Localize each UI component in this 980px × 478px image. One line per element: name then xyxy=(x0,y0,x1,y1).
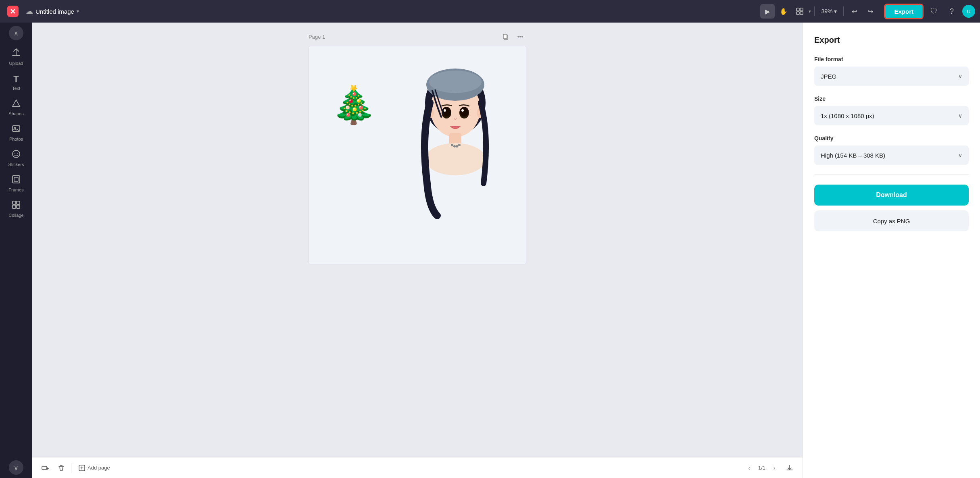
svg-point-28 xyxy=(460,107,469,116)
upload-label: Upload xyxy=(9,61,23,66)
sidebar: ∧ Upload T Text Shapes xyxy=(0,23,32,478)
copy-png-button[interactable]: Copy as PNG xyxy=(814,210,969,231)
divider2 xyxy=(843,6,844,16)
avatar[interactable]: U xyxy=(962,5,975,18)
document-title[interactable]: Untitled image xyxy=(35,8,74,15)
svg-point-22 xyxy=(429,71,482,93)
select-tool-button[interactable]: ▶ xyxy=(760,4,775,19)
delete-button[interactable] xyxy=(55,461,68,474)
svg-point-32 xyxy=(425,143,486,175)
sidebar-item-stickers[interactable]: Stickers xyxy=(2,146,30,170)
canvas-content: 🎄 xyxy=(309,46,526,264)
canvas-page[interactable]: 🎄 xyxy=(309,46,526,264)
add-page-button[interactable]: Add page xyxy=(75,462,114,474)
quality-select[interactable]: High (154 KB – 308 KB) Medium Low xyxy=(814,145,969,165)
svg-point-35 xyxy=(456,145,458,148)
svg-rect-4 xyxy=(797,12,799,15)
page-controls: ••• xyxy=(500,31,526,43)
page-navigation: ‹ 1/1 › xyxy=(744,462,780,474)
sidebar-item-frames[interactable]: Frames xyxy=(2,172,30,195)
collapse-icon: ∧ xyxy=(14,29,19,37)
stickers-label: Stickers xyxy=(8,162,24,167)
svg-rect-12 xyxy=(14,177,18,181)
divider xyxy=(814,6,815,16)
svg-point-27 xyxy=(442,107,451,116)
file-format-select-wrapper: JPEG PNG PDF SVG WebP ∨ xyxy=(814,67,969,86)
svg-point-30 xyxy=(461,109,464,112)
svg-text:✕: ✕ xyxy=(10,8,16,16)
photos-label: Photos xyxy=(9,137,23,141)
sidebar-expand-button[interactable]: ∨ xyxy=(9,460,23,475)
canvas-area: Page 1 ••• 🎄 xyxy=(32,23,803,478)
next-page-button[interactable]: › xyxy=(769,462,780,474)
svg-rect-3 xyxy=(800,8,803,11)
svg-rect-16 xyxy=(17,205,20,208)
svg-rect-37 xyxy=(42,466,47,470)
sidebar-item-photos[interactable]: Photos xyxy=(2,121,30,145)
zoom-control[interactable]: 39% ▾ xyxy=(818,8,840,15)
undo-button[interactable]: ↩ xyxy=(847,4,861,19)
add-page-label: Add page xyxy=(88,465,110,471)
quality-select-wrapper: High (154 KB – 308 KB) Medium Low ∨ xyxy=(814,145,969,165)
prev-page-button[interactable]: ‹ xyxy=(744,462,755,474)
photos-icon xyxy=(12,124,21,135)
cloud-icon: ☁ xyxy=(26,7,33,16)
hand-tool-button[interactable]: ✋ xyxy=(776,4,791,19)
bottom-toolbar: Add page ‹ 1/1 › xyxy=(32,457,803,478)
sidebar-item-collage[interactable]: Collage xyxy=(2,197,30,221)
title-chevron-icon[interactable]: ▾ xyxy=(77,8,79,14)
svg-point-29 xyxy=(444,109,446,112)
file-format-select[interactable]: JPEG PNG PDF SVG WebP xyxy=(814,67,969,86)
main-area: ∧ Upload T Text Shapes xyxy=(0,23,980,478)
download-button[interactable]: Download xyxy=(814,185,969,206)
header: ✕ ☁ Untitled image ▾ ▶ ✋ ▾ 39% ▾ ↩ ↪ xyxy=(0,0,980,23)
sidebar-collapse-button[interactable]: ∧ xyxy=(9,26,23,40)
sidebar-item-upload[interactable]: Upload xyxy=(2,45,30,69)
svg-rect-11 xyxy=(13,176,20,183)
add-element-button[interactable] xyxy=(39,461,52,474)
svg-point-34 xyxy=(453,145,456,148)
zoom-value: 39% xyxy=(821,8,832,15)
text-icon: T xyxy=(13,74,19,84)
page-wrapper: Page 1 ••• 🎄 xyxy=(309,31,526,264)
zoom-chevron-icon: ▾ xyxy=(834,8,837,15)
undo-redo-group: ↩ ↪ xyxy=(847,4,878,19)
file-format-label: File format xyxy=(814,56,969,62)
collage-icon xyxy=(12,200,21,211)
export-panel-title: Export xyxy=(814,35,969,45)
svg-rect-14 xyxy=(17,201,20,204)
shield-button[interactable]: 🛡 xyxy=(927,4,941,19)
sidebar-item-text[interactable]: T Text xyxy=(2,71,30,94)
upload-icon xyxy=(12,48,21,59)
header-right-actions: Export 🛡 ? U xyxy=(884,4,975,19)
svg-rect-2 xyxy=(797,8,799,11)
page-copy-button[interactable] xyxy=(500,31,512,43)
help-button[interactable]: ? xyxy=(945,4,959,19)
layout-chevron-icon[interactable]: ▾ xyxy=(809,9,811,14)
size-select-wrapper: 1x (1080 x 1080 px) 2x (2160 x 2160 px) … xyxy=(814,106,969,125)
svg-rect-18 xyxy=(503,34,507,39)
panel-separator xyxy=(814,175,969,175)
frames-label: Frames xyxy=(8,187,23,192)
canvas-scroll[interactable]: Page 1 ••• 🎄 xyxy=(32,23,803,457)
redo-button[interactable]: ↪ xyxy=(863,4,878,19)
size-label: Size xyxy=(814,96,969,102)
layout-tool-button[interactable] xyxy=(792,4,807,19)
download-icon-button[interactable] xyxy=(783,461,796,474)
logo-icon[interactable]: ✕ xyxy=(5,3,21,19)
frames-icon xyxy=(12,175,21,186)
svg-rect-15 xyxy=(13,205,16,208)
size-select[interactable]: 1x (1080 x 1080 px) 2x (2160 x 2160 px) … xyxy=(814,106,969,125)
page-more-button[interactable]: ••• xyxy=(514,31,526,43)
christmas-tree-sticker[interactable]: 🎄 xyxy=(331,87,376,123)
page-label: Page 1 xyxy=(309,34,325,40)
svg-point-10 xyxy=(17,153,18,154)
expand-icon: ∨ xyxy=(14,464,19,472)
page-counter: 1/1 xyxy=(758,465,765,471)
sidebar-item-shapes[interactable]: Shapes xyxy=(2,96,30,119)
svg-rect-5 xyxy=(800,12,803,15)
shapes-icon xyxy=(12,99,21,110)
export-panel: Export File format JPEG PNG PDF SVG WebP… xyxy=(803,23,980,478)
anime-girl-image[interactable] xyxy=(409,54,502,224)
export-button[interactable]: Export xyxy=(884,4,924,19)
